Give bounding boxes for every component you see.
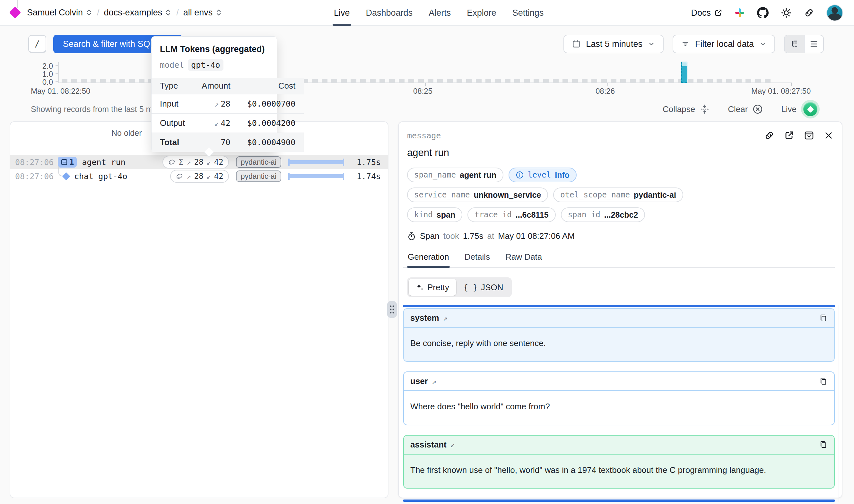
token-usage-pill[interactable]: ↗ 28 ↙ 42 <box>170 170 229 183</box>
breadcrumb: Samuel Colvin / docs-examples / all envs <box>11 8 222 18</box>
tab-dashboards[interactable]: Dashboards <box>366 0 413 26</box>
message-text: Be concise, reply with one sentence. <box>404 328 776 361</box>
user-avatar[interactable] <box>826 4 843 21</box>
message-header: user ↗ <box>404 372 834 391</box>
pretty-toggle[interactable]: Pretty <box>409 279 456 296</box>
view-mode-toggle <box>784 35 824 53</box>
filter-icon <box>681 39 690 49</box>
slack-icon[interactable] <box>734 8 745 18</box>
attribute-pills: span_name agent run level Info service_n… <box>399 159 842 222</box>
input-tokens: 28 <box>194 172 203 181</box>
tab-settings[interactable]: Settings <box>512 0 544 26</box>
circle-x-icon <box>752 104 763 114</box>
pill-key: otel_scope_name <box>560 191 630 199</box>
share-link-icon[interactable] <box>804 8 814 18</box>
list-view-button[interactable] <box>804 35 823 53</box>
tree-view-button[interactable] <box>785 35 804 53</box>
message-user: user ↗ Where does "hello world" come fro… <box>403 372 835 425</box>
tab-details[interactable]: Details <box>464 252 491 267</box>
pill-value: ...28cbc2 <box>604 210 638 220</box>
tab-live[interactable]: Live <box>334 0 350 26</box>
chevron-updown-icon <box>215 8 222 17</box>
org-selector[interactable]: Samuel Colvin <box>27 8 92 18</box>
y-tick-1: 1.0 <box>34 70 53 79</box>
records-histogram[interactable]: 2.0 1.0 0.0 May 01. 08:22:50 08:25 08:26… <box>0 60 854 97</box>
span-duration-line: Span took 1.75s at May 01 08:27:06 AM <box>399 222 842 241</box>
tab-generation[interactable]: Generation <box>407 252 450 267</box>
table-row-input: Input ↗28 $0.0000700 <box>151 94 304 114</box>
input-arrow-icon: ↗ <box>215 100 219 108</box>
collapse-vertical-icon <box>699 104 710 114</box>
slash-shortcut-key[interactable]: / <box>28 35 46 53</box>
pill-kind[interactable]: kind span <box>407 208 462 222</box>
trace-row-meta: ↗ 28 ↙ 42 pydantic-ai 1.74s <box>170 170 381 183</box>
pill-key: service_name <box>414 191 470 199</box>
message-assistant: assistant ↙ The first known use of "hell… <box>403 435 835 489</box>
messages-area[interactable]: system ↗ Be concise, reply with one sent… <box>403 305 835 502</box>
live-toggle[interactable]: Live <box>781 100 820 119</box>
chevron-updown-icon <box>86 8 92 17</box>
copy-icon[interactable] <box>819 313 828 323</box>
copy-icon[interactable] <box>819 377 828 386</box>
panel-resize-handle[interactable] <box>387 301 397 318</box>
breadcrumb-separator: / <box>97 8 99 18</box>
scrollbar[interactable] <box>839 305 839 502</box>
live-indicator-button[interactable] <box>801 100 820 119</box>
scope-tag[interactable]: pydantic-ai <box>236 170 281 182</box>
token-usage-pill[interactable]: Σ ↗ 28 ↙ 42 <box>162 156 229 168</box>
logfire-logo[interactable] <box>9 7 21 19</box>
dock-panel-icon[interactable] <box>804 130 814 141</box>
pill-otel-scope-name[interactable]: otel_scope_name pydantic-ai <box>553 187 683 202</box>
row-amount: 28 <box>221 99 231 108</box>
time-range-dropdown[interactable]: Last 5 minutes <box>563 35 664 53</box>
x-label-0826: 08:26 <box>596 87 615 96</box>
copy-link-icon[interactable] <box>764 130 775 141</box>
x-tickmark <box>791 83 792 86</box>
tab-explore[interactable]: Explore <box>467 0 496 26</box>
time-controls: Last 5 minutes Filter local data <box>563 35 824 53</box>
tab-raw-data[interactable]: Raw Data <box>505 252 543 267</box>
close-icon[interactable] <box>824 131 833 140</box>
input-tokens: 28 <box>194 158 203 167</box>
filter-local-data-dropdown[interactable]: Filter local data <box>673 35 775 53</box>
render-mode-toggle: Pretty { } JSON <box>407 277 512 297</box>
showing-records-text: Showing records from the last 5 m <box>31 105 152 114</box>
github-icon[interactable] <box>757 7 769 19</box>
x-label-end: May 01. 08:27:50 <box>751 87 811 96</box>
theme-toggle-sun-icon[interactable] <box>781 7 792 18</box>
pill-service-name[interactable]: service_name unknown_service <box>407 187 548 202</box>
clear-button[interactable]: Clear <box>728 104 763 114</box>
pill-value: Info <box>555 170 569 180</box>
role-label: system <box>410 313 439 323</box>
output-arrow-icon: ↙ <box>207 158 211 166</box>
project-selector[interactable]: docs-examples <box>104 8 172 18</box>
y-tickmark <box>56 65 58 66</box>
role-label: user <box>410 376 428 386</box>
histogram-bar-selected[interactable] <box>681 61 687 83</box>
llm-tokens-tooltip: LLM Tokens (aggregated) model gpt-4o Typ… <box>151 36 277 152</box>
environment-selector[interactable]: all envs <box>183 8 222 18</box>
chevron-down-icon <box>759 40 767 48</box>
open-in-new-icon[interactable] <box>784 130 794 141</box>
pill-span-name[interactable]: span_name agent run <box>407 167 504 182</box>
copy-icon[interactable] <box>819 440 828 449</box>
tab-alerts[interactable]: Alerts <box>429 0 451 26</box>
square-minus-icon <box>61 159 68 166</box>
scope-tag[interactable]: pydantic-ai <box>236 156 281 168</box>
json-toggle[interactable]: { } JSON <box>456 279 510 296</box>
tooltip-model-row: model gpt-4o <box>151 56 277 78</box>
collapse-button[interactable]: Collapse <box>662 104 710 114</box>
message-text: Where does "hello world" come from? <box>404 391 776 425</box>
trace-timestamp: 08:27:06 <box>15 158 55 167</box>
nav-right-actions: Docs <box>691 0 843 26</box>
pill-span-id[interactable]: span_id ...28cbc2 <box>561 208 645 222</box>
message-header: assistant ↙ <box>404 436 834 454</box>
trace-rows: 08:27:06 1 agent run Σ ↗ 28 ↙ 42 pydant <box>10 155 388 183</box>
duration-text: 1.75s <box>351 158 381 167</box>
trace-row-chat-gpt4o[interactable]: 08:27:06 chat gpt-4o ↗ 28 ↙ 42 pydantic-… <box>10 169 388 183</box>
span-duration: 1.75s <box>463 231 484 241</box>
pill-trace-id[interactable]: trace_id ...6c8115 <box>468 208 556 222</box>
docs-link[interactable]: Docs <box>691 8 722 18</box>
pill-level[interactable]: level Info <box>509 167 577 182</box>
output-arrow-icon: ↙ <box>215 119 219 127</box>
